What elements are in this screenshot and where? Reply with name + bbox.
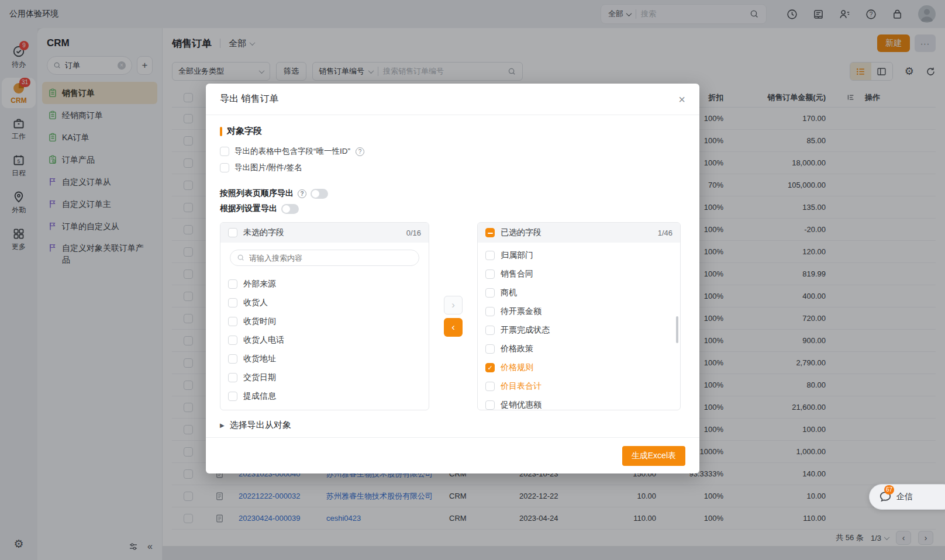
export-dialog: 导出 销售订单 × 对象字段 导出的表格中包含字段“唯一性ID” ? 导出图片/… xyxy=(206,84,699,473)
field-option[interactable]: 价格规则 xyxy=(485,358,672,377)
move-left-button[interactable]: ‹ xyxy=(444,318,463,337)
field-option[interactable]: 收货时间 xyxy=(228,312,421,331)
qixin-floating-widget[interactable]: 67 企信 xyxy=(869,484,945,510)
field-option[interactable]: 外部来源 xyxy=(228,275,421,293)
field-option[interactable]: 开票完成状态 xyxy=(485,321,672,340)
unselected-count: 0/16 xyxy=(406,229,421,237)
attachments-label: 导出图片/附件/签名 xyxy=(234,163,302,173)
help-icon[interactable]: ? xyxy=(298,189,306,198)
triangle-right-icon: ▶ xyxy=(220,422,225,428)
field-option[interactable]: 交货日期 xyxy=(228,368,421,387)
section-accent-bar xyxy=(220,127,222,136)
field-option[interactable]: 提成信息 xyxy=(228,387,421,406)
field-option[interactable]: 价格政策 xyxy=(485,340,672,358)
field-option[interactable]: 销售合同 xyxy=(485,265,672,284)
unselected-fields-panel: 未选的字段 0/16 外部来源 收货人 收货时间 收货人电话 收货地址 交货日期… xyxy=(220,222,429,410)
field-option[interactable]: 归属部门 xyxy=(485,246,672,265)
list-order-toggle-label: 按照列表页顺序导出 xyxy=(220,188,294,199)
field-option[interactable]: 收货人 xyxy=(228,293,421,312)
unique-id-label: 导出的表格中包含字段“唯一性ID” xyxy=(234,146,350,157)
list-order-toggle[interactable] xyxy=(311,189,328,199)
dialog-title: 导出 销售订单 xyxy=(220,93,278,105)
selected-fields-panel: 已选的字段 1/46 归属部门 销售合同 商机 待开票金额 开票完成状态 价格政… xyxy=(477,222,681,410)
move-right-button[interactable]: › xyxy=(444,296,463,314)
field-option[interactable]: 促销优惠额 xyxy=(485,396,672,410)
scrollbar-thumb[interactable] xyxy=(676,316,678,343)
chat-bubble-icon: 67 xyxy=(879,490,892,503)
field-option[interactable]: 收货人电话 xyxy=(228,331,421,350)
search-icon xyxy=(237,254,245,262)
field-option[interactable]: 价目表合计 xyxy=(485,377,672,396)
field-search[interactable] xyxy=(230,250,419,266)
section-title: 对象字段 xyxy=(227,126,262,137)
unique-id-checkbox[interactable] xyxy=(220,147,229,156)
unselected-title: 未选的字段 xyxy=(243,227,284,238)
selected-count: 1/46 xyxy=(658,229,672,237)
unselected-select-all-checkbox[interactable] xyxy=(228,228,237,237)
qixin-label: 企信 xyxy=(896,492,913,502)
field-option[interactable]: 收货地址 xyxy=(228,350,421,368)
field-option[interactable]: 待开票金额 xyxy=(485,302,672,321)
column-setting-toggle-label: 根据列设置导出 xyxy=(220,203,277,214)
qixin-badge: 67 xyxy=(884,485,894,495)
close-icon[interactable]: × xyxy=(678,94,685,105)
field-option[interactable]: 商机 xyxy=(485,284,672,302)
export-detail-object-expander[interactable]: ▶ 选择导出从对象 xyxy=(220,420,685,431)
selected-title: 已选的字段 xyxy=(501,227,542,238)
attachments-checkbox[interactable] xyxy=(220,163,229,172)
column-setting-toggle[interactable] xyxy=(281,204,299,214)
field-search-input[interactable] xyxy=(249,254,412,262)
generate-excel-button[interactable]: 生成Excel表 xyxy=(622,446,685,466)
help-icon[interactable]: ? xyxy=(356,147,364,156)
selected-select-all-checkbox[interactable] xyxy=(485,228,495,237)
